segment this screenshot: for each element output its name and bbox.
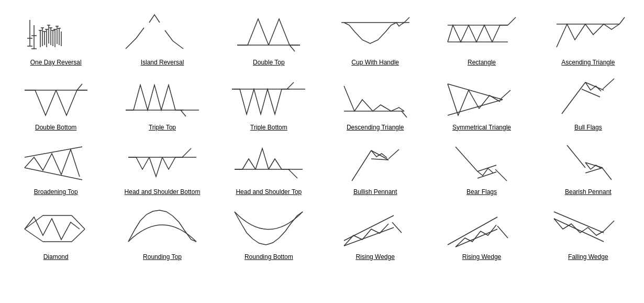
- label-bullish-pennant: Bullish Pennant: [353, 188, 397, 197]
- svg-line-49: [478, 165, 496, 171]
- pattern-rounding-top[interactable]: Rounding Top: [109, 200, 215, 265]
- label-descending-triangle: Descending Triangle: [347, 124, 404, 132]
- label-triple-bottom: Triple Bottom: [250, 124, 287, 132]
- svg-line-62: [448, 217, 497, 245]
- svg-line-47: [371, 159, 388, 160]
- label-diamond: Diamond: [43, 253, 69, 262]
- svg-line-50: [478, 172, 496, 178]
- pattern-head-shoulder-top[interactable]: Head and Shoulder Top: [216, 135, 322, 200]
- pattern-broadening-top[interactable]: Broadening Top: [3, 135, 109, 200]
- label-bearish-pennant: Bearish Pennant: [565, 188, 612, 197]
- label-double-bottom: Double Bottom: [35, 124, 76, 132]
- pattern-cup-with-handle[interactable]: Cup With Handle: [322, 5, 428, 70]
- label-falling-wedge: Falling Wedge: [568, 253, 608, 262]
- pattern-falling-wedge[interactable]: Falling Wedge: [535, 200, 641, 265]
- label-head-shoulder-bottom: Head and Shoulder Bottom: [125, 188, 201, 197]
- label-bull-flags: Bull Flags: [574, 124, 602, 132]
- svg-line-41: [25, 147, 82, 157]
- label-double-top: Double Top: [253, 59, 285, 67]
- label-symmetrical-triangle: Symmetrical Triangle: [452, 124, 511, 132]
- pattern-one-day-reversal[interactable]: One Day Reversal: [3, 5, 109, 70]
- label-ascending-triangle: Ascending Triangle: [561, 59, 615, 67]
- pattern-triple-bottom[interactable]: Triple Bottom: [216, 70, 322, 135]
- svg-line-48: [456, 147, 478, 171]
- pattern-rising-wedge-1[interactable]: Rising Wedge: [322, 200, 428, 265]
- svg-line-59: [72, 229, 85, 242]
- svg-line-36: [448, 84, 503, 100]
- patterns-grid: One Day Reversal Island Reversal Double …: [0, 0, 644, 269]
- svg-line-46: [371, 150, 388, 160]
- svg-line-53: [585, 168, 603, 173]
- label-triple-top: Triple Top: [149, 124, 176, 132]
- svg-line-42: [25, 168, 82, 180]
- label-broadening-top: Broadening Top: [34, 188, 78, 197]
- label-one-day-reversal: One Day Reversal: [30, 59, 82, 67]
- label-rounding-top: Rounding Top: [143, 253, 182, 262]
- svg-line-58: [72, 215, 85, 229]
- pattern-rectangle[interactable]: Rectangle: [428, 5, 535, 70]
- pattern-bearish-pennant[interactable]: Bearish Pennant: [535, 135, 641, 200]
- label-rising-wedge-1: Rising Wedge: [356, 253, 394, 262]
- label-rising-wedge-2: Rising Wedge: [462, 253, 501, 262]
- pattern-triple-top[interactable]: Triple Top: [109, 70, 215, 135]
- pattern-descending-triangle[interactable]: Descending Triangle: [322, 70, 428, 135]
- label-rounding-bottom: Rounding Bottom: [245, 253, 293, 262]
- pattern-ascending-triangle[interactable]: Ascending Triangle: [535, 5, 641, 70]
- label-island-reversal: Island Reversal: [141, 59, 184, 67]
- pattern-head-shoulder-bottom[interactable]: Head and Shoulder Bottom: [109, 135, 215, 200]
- pattern-diamond[interactable]: Diamond: [3, 200, 109, 265]
- pattern-bull-flags[interactable]: Bull Flags: [535, 70, 641, 135]
- label-bear-flags: Bear Flags: [467, 188, 497, 197]
- label-head-shoulder-top: Head and Shoulder Top: [236, 188, 302, 197]
- pattern-symmetrical-triangle[interactable]: Symmetrical Triangle: [428, 70, 535, 135]
- svg-line-51: [567, 145, 585, 168]
- pattern-double-bottom[interactable]: Double Bottom: [3, 70, 109, 135]
- svg-line-55: [25, 229, 43, 242]
- svg-line-45: [352, 150, 371, 181]
- pattern-rising-wedge-2[interactable]: Rising Wedge: [428, 200, 535, 265]
- pattern-double-top[interactable]: Double Top: [216, 5, 322, 70]
- pattern-rounding-bottom[interactable]: Rounding Bottom: [216, 200, 322, 265]
- pattern-bear-flags[interactable]: Bear Flags: [428, 135, 535, 200]
- label-rectangle: Rectangle: [468, 59, 496, 67]
- pattern-bullish-pennant[interactable]: Bullish Pennant: [322, 135, 428, 200]
- svg-line-38: [562, 82, 585, 114]
- pattern-island-reversal[interactable]: Island Reversal: [109, 5, 215, 70]
- label-cup-with-handle: Cup With Handle: [351, 59, 399, 67]
